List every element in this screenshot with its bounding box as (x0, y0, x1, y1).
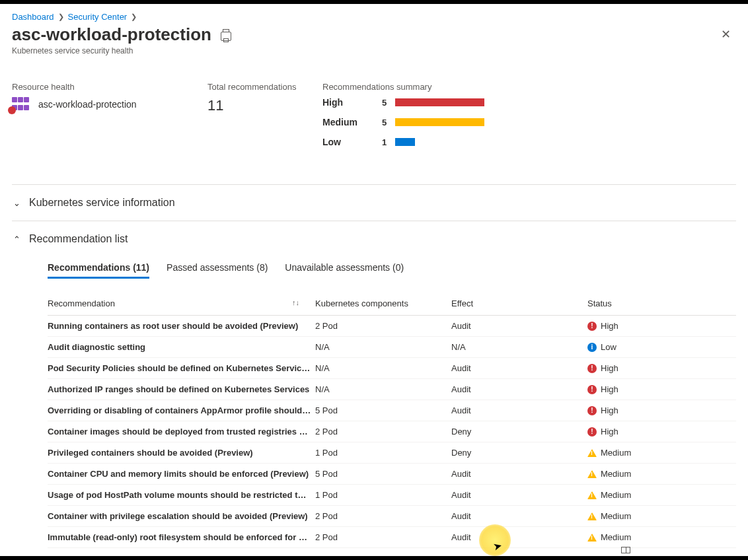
column-header-components[interactable]: Kubernetes components (315, 293, 451, 316)
cell-recommendation: Privileged containers should be avoided … (48, 442, 315, 464)
status-label: High (601, 405, 618, 415)
cell-recommendation: Pod Security Policies should be defined … (48, 358, 315, 379)
severity-row-low: Low 1 (322, 137, 736, 147)
severity-low-bar (395, 138, 415, 146)
page-title: asc-workload-protection (12, 24, 211, 45)
cell-components: 2 Pod (315, 421, 451, 442)
resource-health-label: Resource health (12, 82, 207, 92)
cell-components: N/A (315, 379, 451, 400)
status-label: Medium (601, 469, 631, 479)
column-header-effect[interactable]: Effect (451, 293, 587, 316)
cell-recommendation: Authorized IP ranges should be defined o… (48, 379, 315, 400)
cell-effect: Audit (451, 316, 587, 337)
cell-status: Medium (587, 464, 736, 485)
severity-low-label: Low (322, 137, 382, 147)
severity-medium-icon (587, 512, 597, 520)
close-button[interactable]: ✕ (716, 24, 736, 44)
cell-components: 2 Pod (315, 506, 451, 527)
cell-recommendation: Container with privilege escalation shou… (48, 506, 315, 527)
cell-effect: Deny (451, 421, 587, 442)
cell-status: Medium (587, 485, 736, 506)
breadcrumb-security-center[interactable]: Security Center (68, 12, 128, 22)
section-header-kubernetes-info[interactable]: ⌄ Kubernetes service information (12, 197, 736, 209)
section-header-recommendation-list[interactable]: ⌃ Recommendation list (12, 233, 736, 245)
page-subtitle: Kubernetes service security health (12, 46, 736, 55)
breadcrumb-dashboard[interactable]: Dashboard (12, 12, 54, 22)
severity-low-count: 1 (382, 137, 395, 147)
print-icon[interactable] (221, 32, 231, 41)
table-row[interactable]: Immutable (read-only) root filesystem sh… (48, 527, 736, 548)
severity-medium-icon (587, 491, 597, 499)
status-label: Medium (601, 511, 631, 521)
tabs: Recommendations (11) Passed assessments … (48, 262, 736, 279)
cell-components: 5 Pod (315, 400, 451, 421)
severity-high-icon: ! (587, 364, 597, 373)
severity-high-icon: ! (587, 385, 597, 394)
table-row[interactable]: Authorized IP ranges should be defined o… (48, 379, 736, 400)
cell-components: 2 Pod (315, 316, 451, 337)
section-title-kubernetes-info: Kubernetes service information (29, 197, 175, 209)
cell-status: Medium (587, 506, 736, 527)
kubernetes-icon (12, 97, 33, 112)
table-row[interactable]: Usage of pod HostPath volume mounts shou… (48, 485, 736, 506)
alert-badge-icon (8, 106, 16, 114)
table-row[interactable]: Container CPU and memory limits should b… (48, 464, 736, 485)
severity-medium-icon (587, 534, 597, 542)
cell-components: N/A (315, 358, 451, 379)
status-label: High (601, 427, 618, 437)
cell-effect: N/A (451, 337, 587, 358)
table-row[interactable]: Privileged containers should be avoided … (48, 442, 736, 464)
cell-effect: Audit (451, 485, 587, 506)
severity-high-icon: ! (587, 322, 597, 331)
resource-name: asc-workload-protection (38, 99, 137, 110)
status-label: Medium (601, 448, 631, 458)
table-row[interactable]: Overriding or disabling of containers Ap… (48, 400, 736, 421)
table-row[interactable]: Audit diagnostic settingN/AN/AiLow (48, 337, 736, 358)
severity-medium-label: Medium (322, 117, 382, 127)
chevron-down-icon: ⌄ (12, 198, 21, 208)
column-header-status[interactable]: Status (587, 293, 736, 316)
severity-high-bar (395, 98, 484, 106)
section-kubernetes-info: ⌄ Kubernetes service information (12, 184, 736, 221)
cell-components: 2 Pod (315, 527, 451, 548)
breadcrumb: Dashboard ❯ Security Center ❯ (12, 12, 736, 22)
tab-recommendations[interactable]: Recommendations (11) (48, 262, 149, 279)
severity-medium-icon (587, 470, 597, 478)
view-mode-icon[interactable] (621, 547, 630, 553)
severity-medium-bar (395, 118, 484, 126)
cell-effect: Audit (451, 527, 587, 548)
cell-components: 1 Pod (315, 485, 451, 506)
table-row[interactable]: Running containers as root user should b… (48, 316, 736, 337)
cell-components: N/A (315, 337, 451, 358)
status-label: High (601, 363, 618, 373)
table-row[interactable]: Container images should be deployed from… (48, 421, 736, 442)
cell-recommendation: Usage of pod HostPath volume mounts shou… (48, 485, 315, 506)
cell-status: !High (587, 316, 736, 337)
cell-recommendation: Audit diagnostic setting (48, 337, 315, 358)
chevron-right-icon: ❯ (131, 13, 137, 21)
severity-high-icon: ! (587, 406, 597, 415)
severity-row-high: High 5 (322, 97, 736, 108)
cell-status: Medium (587, 527, 736, 548)
status-label: High (601, 321, 618, 331)
chevron-up-icon: ⌃ (12, 234, 21, 244)
recommendations-table: Recommendation ↑↓ Kubernetes components … (48, 293, 736, 548)
cell-effect: Audit (451, 358, 587, 379)
cell-effect: Audit (451, 400, 587, 421)
cell-effect: Audit (451, 506, 587, 527)
tab-unavailable-assessments[interactable]: Unavailable assessments (0) (285, 262, 404, 279)
status-label: High (601, 384, 618, 394)
cell-status: Medium (587, 442, 736, 464)
cell-effect: Audit (451, 464, 587, 485)
column-header-recommendation[interactable]: Recommendation ↑↓ (48, 293, 315, 316)
severity-high-label: High (322, 97, 382, 108)
sort-icon[interactable]: ↑↓ (292, 298, 299, 306)
table-row[interactable]: Container with privilege escalation shou… (48, 506, 736, 527)
table-row[interactable]: Pod Security Policies should be defined … (48, 358, 736, 379)
column-header-recommendation-label: Recommendation (48, 298, 115, 308)
cell-status: !High (587, 400, 736, 421)
cell-status: iLow (587, 337, 736, 358)
cell-effect: Deny (451, 442, 587, 464)
total-recommendations-value: 11 (207, 97, 322, 114)
tab-passed-assessments[interactable]: Passed assessments (8) (167, 262, 268, 279)
